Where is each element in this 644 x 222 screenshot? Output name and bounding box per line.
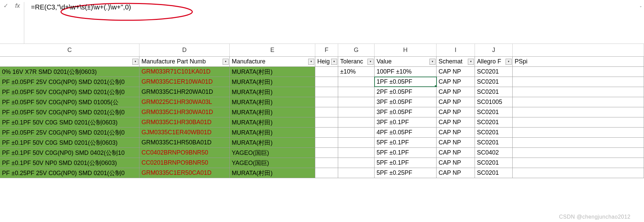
- cell-manufacture[interactable]: MURATA(村田): [230, 67, 315, 77]
- cell-schematic[interactable]: CAP NP: [437, 128, 475, 137]
- cell-manufacture[interactable]: YAGEO(国巨): [230, 158, 315, 168]
- cell-allegro[interactable]: SC0201: [475, 87, 513, 97]
- header-G[interactable]: Toleranc ▼: [338, 57, 375, 66]
- cell-value[interactable]: 2PF ±0.05PF: [375, 87, 437, 97]
- col-header-D[interactable]: D: [139, 44, 230, 56]
- cell-allegro[interactable]: SC0201: [475, 138, 513, 147]
- cell-value[interactable]: 5PF ±0.1PF: [375, 138, 437, 147]
- cell-part-number[interactable]: GRM033R71C101KA01D: [139, 67, 230, 77]
- cell-value[interactable]: 5PF ±0.25PF: [375, 168, 437, 178]
- cell-tolerance[interactable]: [338, 87, 375, 97]
- cell-schematic[interactable]: CAP NP: [437, 67, 475, 77]
- filter-arrow-icon[interactable]: ▼: [223, 59, 229, 65]
- cell-pspice[interactable]: [513, 107, 644, 117]
- cell-description[interactable]: PF ±0.05PF 50V C0G(NP0) SMD 01005(公: [0, 97, 139, 107]
- col-header-J[interactable]: J: [475, 44, 513, 56]
- col-header-I[interactable]: I: [437, 44, 475, 56]
- cell-value[interactable]: 3PF ±0.05PF: [375, 107, 437, 117]
- cell-height[interactable]: [315, 97, 338, 107]
- cell-tolerance[interactable]: [338, 97, 375, 107]
- cell-height[interactable]: [315, 128, 338, 137]
- cell-pspice[interactable]: [513, 148, 644, 158]
- cell-manufacture[interactable]: MURATA(村田): [230, 168, 315, 178]
- cell-part-number[interactable]: GRM0335C1HR30BA01D: [139, 117, 230, 127]
- cell-value[interactable]: 5PF ±0.1PF: [375, 158, 437, 168]
- cell-tolerance[interactable]: [338, 107, 375, 117]
- cell-value[interactable]: 5PF ±0.1PF: [375, 148, 437, 158]
- cell-part-number[interactable]: GRM0335C1HR30WA01D: [139, 107, 230, 117]
- cell-allegro[interactable]: SC0201: [475, 168, 513, 178]
- cell-part-number[interactable]: GRM0225C1HR30WA03L: [139, 97, 230, 107]
- cell-manufacture[interactable]: MURATA(村田): [230, 87, 315, 97]
- cell-description[interactable]: PF ±0.1PF 50V C0G SMD 0201(公制0603): [0, 138, 139, 147]
- cell-value[interactable]: 4PF ±0.05PF: [375, 128, 437, 137]
- filter-arrow-icon[interactable]: ▼: [468, 59, 474, 65]
- col-header-E[interactable]: E: [230, 44, 315, 56]
- header-F[interactable]: Heig ▼: [315, 57, 338, 66]
- cell-height[interactable]: [315, 168, 338, 178]
- cell-tolerance[interactable]: [338, 77, 375, 87]
- cell-manufacture[interactable]: MURATA(村田): [230, 97, 315, 107]
- cell-height[interactable]: [315, 148, 338, 158]
- cell-value[interactable]: 3PF ±0.1PF: [375, 117, 437, 127]
- cell-tolerance[interactable]: [338, 158, 375, 168]
- cell-tolerance[interactable]: [338, 168, 375, 178]
- cell-schematic[interactable]: CAP NP: [437, 77, 475, 87]
- cell-schematic[interactable]: CAP NP: [437, 97, 475, 107]
- cell-schematic[interactable]: CAP NP: [437, 148, 475, 158]
- cell-pspice[interactable]: [513, 117, 644, 127]
- cell-allegro[interactable]: SC0201: [475, 158, 513, 168]
- fx-icon[interactable]: fx: [15, 2, 20, 9]
- header-J[interactable]: Allegro F ▼: [475, 57, 513, 66]
- cell-allegro[interactable]: SC0201: [475, 67, 513, 77]
- header-E[interactable]: Manufacture ▼: [230, 57, 315, 66]
- cell-pspice[interactable]: [513, 97, 644, 107]
- cell-schematic[interactable]: CAP NP: [437, 158, 475, 168]
- cell-part-number[interactable]: CC0201BRNPO9BNR50: [139, 158, 230, 168]
- cell-allegro[interactable]: SC0201: [475, 128, 513, 137]
- cell-description[interactable]: 0% 16V X7R SMD 0201(公制0603): [0, 67, 139, 77]
- cell-height[interactable]: [315, 158, 338, 168]
- cell-schematic[interactable]: CAP NP: [437, 168, 475, 178]
- cell-allegro[interactable]: SC0402: [475, 148, 513, 158]
- cell-description[interactable]: PF ±0.1PF 50V C0G SMD 0201(公制0603): [0, 117, 139, 127]
- col-header-G[interactable]: G: [338, 44, 375, 56]
- cell-pspice[interactable]: [513, 67, 644, 77]
- cell-description[interactable]: PF ±0.1PF 50V NP0 SMD 0201(公制0603): [0, 158, 139, 168]
- header-K[interactable]: PSpi: [513, 57, 644, 66]
- cell-value[interactable]: 3PF ±0.05PF: [375, 97, 437, 107]
- cell-manufacture[interactable]: MURATA(村田): [230, 128, 315, 137]
- filter-arrow-icon[interactable]: ▼: [367, 59, 374, 65]
- header-I[interactable]: Schemat ▼: [437, 57, 475, 66]
- cell-manufacture[interactable]: MURATA(村田): [230, 138, 315, 147]
- cell-height[interactable]: [315, 77, 338, 87]
- col-header-H[interactable]: H: [375, 44, 437, 56]
- cell-tolerance[interactable]: [338, 138, 375, 147]
- header-C[interactable]: ▼: [0, 57, 139, 66]
- filter-arrow-icon[interactable]: ▼: [331, 59, 337, 65]
- filter-arrow-icon[interactable]: ▼: [132, 59, 138, 65]
- cell-height[interactable]: [315, 107, 338, 117]
- filter-arrow-icon[interactable]: ▼: [506, 59, 512, 65]
- cell-pspice[interactable]: [513, 128, 644, 137]
- cell-schematic[interactable]: CAP NP: [437, 138, 475, 147]
- cell-tolerance[interactable]: [338, 148, 375, 158]
- cell-pspice[interactable]: [513, 158, 644, 168]
- cell-pspice[interactable]: [513, 138, 644, 147]
- col-header-F[interactable]: F: [315, 44, 338, 56]
- cell-description[interactable]: PF ±0.25PF 25V C0G(NP0) SMD 0201(公制0: [0, 168, 139, 178]
- accept-icon[interactable]: ✓: [3, 2, 8, 9]
- cell-part-number[interactable]: GRM0335C1ER50CA01D: [139, 168, 230, 178]
- cell-allegro[interactable]: SC0201: [475, 77, 513, 87]
- filter-arrow-icon[interactable]: ▼: [308, 59, 314, 65]
- cell-schematic[interactable]: CAP NP: [437, 87, 475, 97]
- cell-description[interactable]: PF ±0.05PF 25V C0G(NP0) SMD 0201(公制0: [0, 77, 139, 87]
- cell-pspice[interactable]: [513, 168, 644, 178]
- cell-schematic[interactable]: CAP NP: [437, 107, 475, 117]
- cell-description[interactable]: PF ±0.05PF 50V C0G(NP0) SMD 0201(公制0: [0, 87, 139, 97]
- col-header-C[interactable]: C: [0, 44, 139, 56]
- col-header-K[interactable]: [513, 44, 644, 56]
- cell-tolerance[interactable]: ±10%: [338, 67, 375, 77]
- cell-height[interactable]: [315, 87, 338, 97]
- cell-schematic[interactable]: CAP NP: [437, 117, 475, 127]
